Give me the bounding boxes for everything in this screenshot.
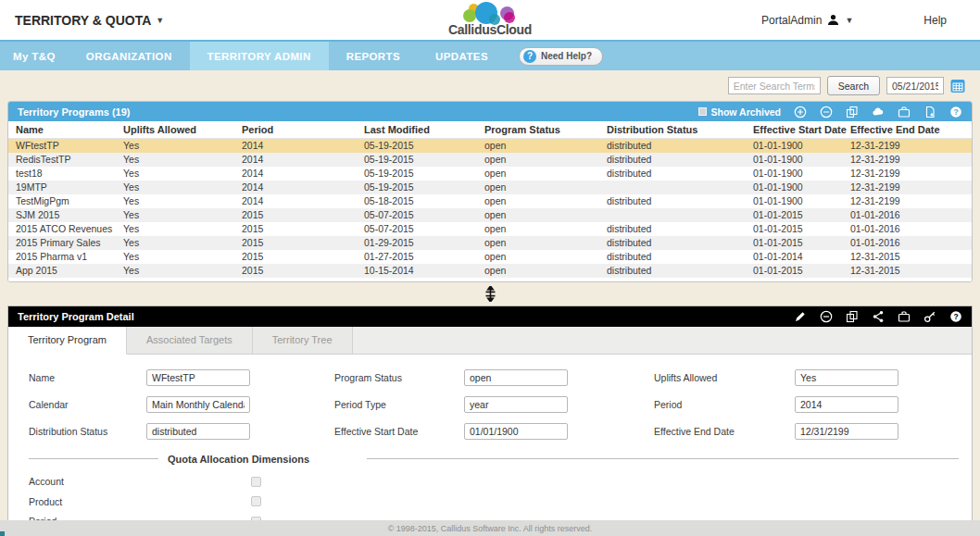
show-archived-toggle[interactable]: Show Archived xyxy=(698,106,781,118)
calendar-icon[interactable] xyxy=(950,79,965,93)
cell-uplifts: Yes xyxy=(123,222,242,236)
copyright-text: © 1998-2015, Callidus Software Inc. All … xyxy=(388,524,593,533)
search-row: Search xyxy=(0,70,980,101)
cell-end-date: 12-31-2199 xyxy=(850,139,972,153)
tab-associated-targets[interactable]: Associated Targets xyxy=(127,327,253,354)
table-row[interactable]: 19MTPYes201405-19-2015open01-01-190012-3… xyxy=(8,181,972,194)
cell-period: 2014 xyxy=(242,139,364,153)
effective-start-date-input[interactable] xyxy=(464,423,568,440)
copy-icon[interactable] xyxy=(846,310,859,323)
quota-section-title: Quota Allocation Dimensions xyxy=(168,454,309,465)
cloud-logo-icon xyxy=(463,1,517,25)
remove-circle-icon[interactable] xyxy=(820,106,833,118)
cell-name: 19MTP xyxy=(8,181,123,194)
table-row[interactable]: RedisTestTPYes201405-19-2015opendistribu… xyxy=(8,153,972,167)
edit-pencil-icon[interactable] xyxy=(794,310,807,323)
table-row[interactable]: 2015 Primary SalesYes201501-29-2015opend… xyxy=(8,236,972,250)
product-label: Product xyxy=(29,496,251,507)
effective-end-date-input[interactable] xyxy=(795,423,898,440)
table-row[interactable]: 2015 Pharma v1Yes201501-27-2015opendistr… xyxy=(8,250,972,264)
tab-territory-program[interactable]: Territory Program xyxy=(8,327,127,355)
user-menu[interactable]: PortalAdmin ▼ xyxy=(761,14,853,27)
copy-icon[interactable] xyxy=(846,106,859,118)
cell-start-date: 01-01-1900 xyxy=(753,194,850,208)
col-header-start-date[interactable]: Effective Start Date xyxy=(753,121,850,139)
cell-name: App 2015 xyxy=(8,264,123,278)
table-row[interactable]: 2015 ATCO RevenuesYes201505-07-2015opend… xyxy=(8,222,972,236)
cell-period: 2014 xyxy=(242,167,364,181)
help-circle-icon[interactable]: ? xyxy=(949,106,962,118)
nav-tab-updates[interactable]: UPDATES xyxy=(418,42,506,70)
cell-period: 2014 xyxy=(242,194,364,208)
field-effective-start-date: Effective Start Date xyxy=(334,423,654,440)
uplifts-allowed-input[interactable] xyxy=(795,369,898,386)
top-bar: TERRITORY & QUOTA ▼ CallidusCloud Portal… xyxy=(0,0,980,40)
show-archived-checkbox[interactable] xyxy=(698,107,707,116)
nav-tab-territory-admin[interactable]: TERRITORY ADMIN xyxy=(190,42,329,70)
cell-period: 2015 xyxy=(242,208,364,222)
col-header-period[interactable]: Period xyxy=(242,121,364,139)
field-uplifts-allowed: Uplifts Allowed xyxy=(654,369,959,386)
table-row[interactable]: TestMigPgmYes201405-18-2015opendistribut… xyxy=(8,194,972,208)
panel-splitter xyxy=(0,282,980,305)
cell-distribution-status: distributed xyxy=(607,167,753,181)
need-help-button[interactable]: ? Need Help? xyxy=(519,47,603,66)
help-circle-icon[interactable]: ? xyxy=(949,310,962,323)
period-input[interactable] xyxy=(795,396,898,413)
calendar-input[interactable] xyxy=(146,396,250,413)
program-status-input[interactable] xyxy=(464,369,568,386)
quota-option-account: Account xyxy=(8,472,972,492)
cell-end-date: 12-31-2199 xyxy=(850,181,972,194)
detail-tabstrip: Territory Program Associated Targets Ter… xyxy=(8,327,972,355)
remove-circle-icon[interactable] xyxy=(820,310,833,323)
product-checkbox[interactable] xyxy=(251,496,261,506)
cell-last-modified: 01-27-2015 xyxy=(364,250,484,264)
col-header-end-date[interactable]: Effective End Date xyxy=(850,121,972,139)
help-link[interactable]: Help xyxy=(923,14,947,27)
add-circle-icon[interactable] xyxy=(794,106,807,118)
name-input[interactable] xyxy=(146,369,250,386)
tab-territory-tree[interactable]: Territory Tree xyxy=(253,327,353,354)
file-export-icon[interactable] xyxy=(923,106,936,118)
briefcase-icon[interactable] xyxy=(898,310,911,323)
cell-last-modified: 05-19-2015 xyxy=(364,167,484,181)
table-row[interactable]: App 2015Yes201510-15-2014opendistributed… xyxy=(8,264,972,278)
field-period-type: Period Type xyxy=(334,396,654,413)
app-switcher-menu[interactable]: TERRITORY & QUOTA ▼ xyxy=(15,13,164,28)
distribution-status-input[interactable] xyxy=(146,423,250,440)
nav-tab-reports[interactable]: REPORTS xyxy=(329,42,418,70)
cell-end-date: 12-31-2015 xyxy=(850,250,972,264)
show-archived-label: Show Archived xyxy=(711,106,781,118)
date-field[interactable] xyxy=(886,77,944,94)
col-header-last-modified[interactable]: Last Modified xyxy=(364,121,484,139)
col-header-program-status[interactable]: Program Status xyxy=(484,121,607,139)
table-row[interactable]: test18Yes201405-19-2015opendistributed01… xyxy=(8,167,972,181)
col-header-name[interactable]: Name xyxy=(8,121,123,139)
search-input[interactable] xyxy=(728,77,821,94)
nav-tab-organization[interactable]: ORGANIZATION xyxy=(69,42,190,70)
table-row[interactable]: WFtestTPYes201405-19-2015opendistributed… xyxy=(8,139,972,153)
col-header-distribution-status[interactable]: Distribution Status xyxy=(607,121,753,139)
cell-end-date: 01-01-2016 xyxy=(850,222,972,236)
nav-tab-my-tq[interactable]: My T&Q xyxy=(0,42,69,70)
cell-end-date: 01-01-2016 xyxy=(850,236,972,250)
cell-name: 2015 Pharma v1 xyxy=(8,250,123,264)
key-icon[interactable] xyxy=(923,310,936,323)
cell-end-date: 12-31-2199 xyxy=(850,153,972,167)
table-row[interactable]: SJM 2015Yes201505-07-2015open01-01-20150… xyxy=(8,208,972,222)
share-icon[interactable] xyxy=(872,310,885,323)
period-type-input[interactable] xyxy=(464,396,568,413)
cell-distribution-status: distributed xyxy=(607,139,753,153)
cell-name: 2015 Primary Sales xyxy=(8,236,123,250)
period-type-label: Period Type xyxy=(334,399,464,410)
briefcase-icon[interactable] xyxy=(898,106,911,118)
cell-last-modified: 05-07-2015 xyxy=(364,222,484,236)
cloud-upload-icon[interactable] xyxy=(872,106,885,118)
search-button[interactable]: Search xyxy=(827,76,880,95)
col-header-uplifts[interactable]: Uplifts Allowed xyxy=(123,121,242,139)
resize-handle-icon[interactable] xyxy=(484,286,496,302)
account-checkbox[interactable] xyxy=(251,477,261,487)
cell-distribution-status: distributed xyxy=(607,222,753,236)
programs-table: Name Uplifts Allowed Period Last Modifie… xyxy=(8,121,972,278)
cell-period: 2015 xyxy=(242,250,364,264)
